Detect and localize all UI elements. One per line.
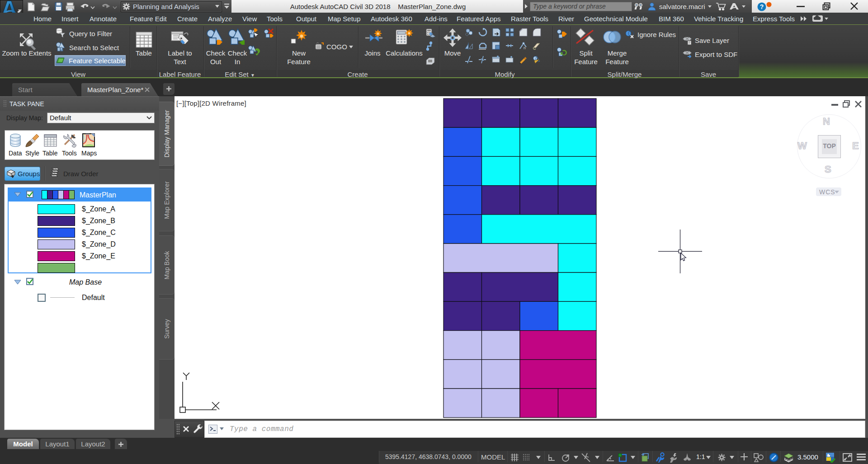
- svg-text:n: n: [524, 46, 526, 50]
- svg-text:?: ?: [760, 3, 764, 10]
